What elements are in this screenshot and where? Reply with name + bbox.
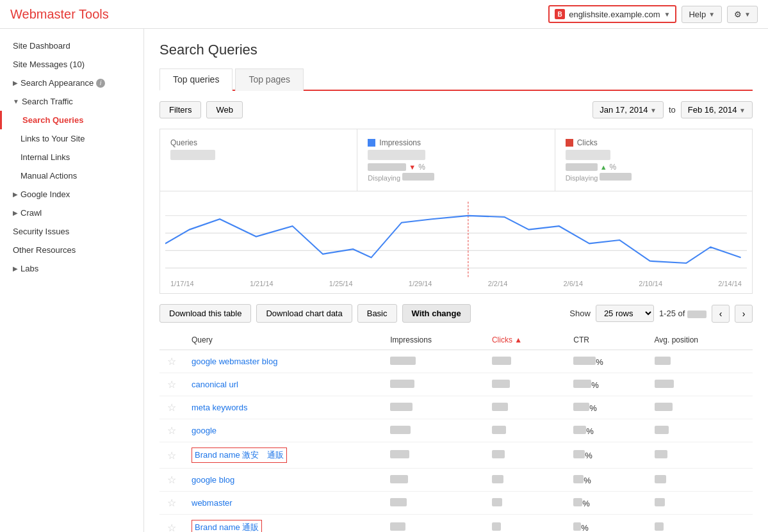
- download-table-button[interactable]: Download this table: [159, 304, 251, 323]
- sidebar-item-links-to-site[interactable]: Links to Your Site: [0, 129, 143, 148]
- help-chevron: ▼: [708, 11, 715, 18]
- sidebar-item-search-queries[interactable]: Search Queries: [0, 111, 143, 129]
- filters-bar: Filters Web Jan 17, 2014 ▼ to Feb 16, 20…: [159, 101, 753, 118]
- query-cell: meta keywords: [184, 396, 382, 419]
- stat-queries-value: [170, 150, 215, 160]
- star-icon[interactable]: ☆: [167, 379, 176, 390]
- query-link[interactable]: canonical url: [192, 380, 238, 389]
- with-change-button[interactable]: With change: [402, 304, 471, 323]
- data-table: Query Impressions Clicks ▲ CTR Avg. posi…: [159, 330, 753, 532]
- star-cell[interactable]: ☆: [159, 350, 184, 373]
- ctr-bar: [573, 426, 586, 434]
- star-icon[interactable]: ☆: [167, 474, 176, 485]
- th-clicks[interactable]: Clicks ▲: [484, 330, 566, 350]
- avg-position-cell: [647, 515, 753, 533]
- star-cell[interactable]: ☆: [159, 492, 184, 515]
- next-page-button[interactable]: ›: [735, 305, 753, 323]
- sidebar-item-google-index[interactable]: ▶ Google Index: [0, 185, 143, 204]
- date-range: Jan 17, 2014 ▼ to Feb 16, 2014 ▼: [592, 101, 753, 118]
- impressions-val: [390, 450, 409, 458]
- sidebar-label-crawl: Crawl: [20, 208, 42, 218]
- tab-top-pages[interactable]: Top pages: [235, 69, 304, 91]
- table-row: ☆canonical url%: [159, 373, 753, 396]
- site-selector[interactable]: B englishsite.example.com ▼: [548, 5, 676, 23]
- impressions-display-val: [402, 173, 434, 181]
- query-link[interactable]: google blog: [192, 475, 234, 485]
- star-cell[interactable]: ☆: [159, 373, 184, 396]
- star-icon[interactable]: ☆: [167, 450, 176, 461]
- filters-button[interactable]: Filters: [159, 101, 201, 118]
- star-icon[interactable]: ☆: [167, 356, 176, 367]
- clicks-val: [492, 380, 510, 388]
- impressions-val: [390, 426, 411, 434]
- ctr-pct: %: [591, 380, 599, 390]
- date-to-button[interactable]: Feb 16, 2014 ▼: [681, 101, 753, 118]
- query-link-flagged[interactable]: Brand name 激安 通販: [192, 447, 287, 463]
- query-link[interactable]: google webmaster blog: [192, 357, 277, 366]
- star-cell[interactable]: ☆: [159, 419, 184, 442]
- avg-position-cell: [647, 419, 753, 442]
- star-icon[interactable]: ☆: [167, 522, 176, 533]
- th-impressions[interactable]: Impressions: [382, 330, 484, 350]
- impressions-color-dot: [368, 139, 375, 147]
- tab-top-queries[interactable]: Top queries: [159, 69, 233, 91]
- table-row: ☆google%: [159, 419, 753, 442]
- search-appearance-info-icon: i: [96, 79, 105, 88]
- site-selector-chevron: ▼: [664, 11, 671, 18]
- sidebar-item-manual-actions[interactable]: Manual Actions: [0, 166, 143, 185]
- star-icon[interactable]: ☆: [167, 402, 176, 413]
- query-link[interactable]: meta keywords: [192, 403, 247, 412]
- sidebar-item-site-messages[interactable]: Site Messages (10): [0, 55, 143, 74]
- ctr-cell: %: [566, 469, 646, 492]
- sidebar-item-security-issues[interactable]: Security Issues: [0, 222, 143, 241]
- tabs: Top queries Top pages: [159, 69, 753, 91]
- site-name: englishsite.example.com: [569, 10, 660, 19]
- star-icon[interactable]: ☆: [167, 497, 176, 508]
- x-label-2: 1/25/14: [329, 280, 353, 287]
- settings-button[interactable]: ⚙ ▼: [727, 6, 758, 23]
- star-cell[interactable]: ☆: [159, 396, 184, 419]
- star-icon[interactable]: ☆: [167, 425, 176, 436]
- query-link[interactable]: webmaster: [192, 498, 233, 508]
- google-index-arrow: ▶: [13, 191, 18, 198]
- impressions-cell: [382, 442, 484, 469]
- sidebar-item-search-appearance[interactable]: ▶ Search Appearance i: [0, 74, 143, 92]
- sidebar: Site Dashboard Site Messages (10) ▶ Sear…: [0, 29, 144, 532]
- th-query[interactable]: Query: [184, 330, 382, 350]
- query-link[interactable]: google: [192, 426, 217, 435]
- sidebar-label-manual-actions: Manual Actions: [20, 171, 77, 181]
- sidebar-item-site-dashboard[interactable]: Site Dashboard: [0, 36, 143, 55]
- y-labels: [160, 202, 186, 272]
- web-button[interactable]: Web: [206, 101, 243, 118]
- th-ctr[interactable]: CTR: [566, 330, 646, 350]
- date-from-button[interactable]: Jan 17, 2014 ▼: [592, 101, 664, 118]
- crawl-arrow: ▶: [13, 209, 18, 216]
- sidebar-item-labs[interactable]: ▶ Labs: [0, 259, 143, 278]
- impressions-cell: [382, 396, 484, 419]
- chart-container: 1/17/14 1/21/14 1/25/14 1/29/14 2/2/14 2…: [159, 191, 753, 294]
- x-label-7: 2/14/14: [718, 280, 742, 287]
- sidebar-item-search-traffic[interactable]: ▼ Search Traffic: [0, 92, 143, 111]
- star-cell[interactable]: ☆: [159, 442, 184, 469]
- clicks-cell: [484, 442, 566, 469]
- th-avg-position[interactable]: Avg. position: [647, 330, 753, 350]
- sidebar-item-other-resources[interactable]: Other Resources: [0, 241, 143, 259]
- avg-position-val: [655, 498, 665, 506]
- ctr-pct: %: [596, 357, 603, 367]
- sidebar-label-other-resources: Other Resources: [13, 245, 76, 255]
- query-link-flagged[interactable]: Brand name 通販: [192, 520, 262, 532]
- header: Webmaster Tools B englishsite.example.co…: [0, 0, 768, 29]
- avg-position-val: [655, 475, 666, 483]
- star-cell[interactable]: ☆: [159, 515, 184, 533]
- star-cell[interactable]: ☆: [159, 469, 184, 492]
- prev-page-button[interactable]: ‹: [712, 305, 730, 323]
- sidebar-item-internal-links[interactable]: Internal Links: [0, 148, 143, 166]
- clicks-cell: [484, 350, 566, 373]
- clicks-display-val: [600, 173, 632, 181]
- download-chart-button[interactable]: Download chart data: [256, 304, 352, 323]
- basic-button[interactable]: Basic: [357, 304, 397, 323]
- rows-select[interactable]: 25 rows 10 rows 50 rows 100 rows: [596, 305, 654, 322]
- x-label-0: 1/17/14: [170, 280, 194, 287]
- help-button[interactable]: Help ▼: [682, 6, 722, 23]
- sidebar-item-crawl[interactable]: ▶ Crawl: [0, 204, 143, 222]
